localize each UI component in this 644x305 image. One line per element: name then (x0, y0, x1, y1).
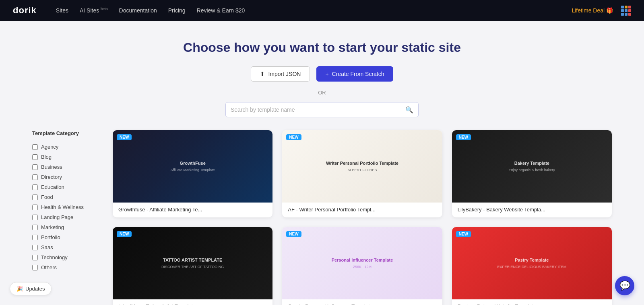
template-thumbnail-pastry: NEW Pastry Template EXPERIENCE DELICIOUS… (452, 227, 612, 299)
category-label-business: Business (41, 164, 62, 170)
template-card-carol[interactable]: NEW Personal Influencer Template 256K · … (282, 227, 442, 305)
updates-icon: 🎉 (17, 286, 23, 292)
updates-label: Updates (25, 286, 45, 292)
main-content: Choose how you want to start your static… (0, 21, 644, 305)
category-item-saas[interactable]: Saas (32, 242, 105, 252)
template-card-lilybakery[interactable]: NEW Bakery Template Enjoy organic & fres… (452, 130, 612, 217)
category-item-technology[interactable]: Technology (32, 252, 105, 262)
template-thumbnail-inkedmag: NEW TATTOO ARTIST TEMPLATE DISCOVER THE … (113, 227, 272, 299)
tpl-mock-title-growthfuse: GrowthFuse (176, 161, 210, 166)
checkbox-business[interactable] (32, 164, 38, 170)
nav-sites[interactable]: Sites (56, 7, 68, 14)
import-label: Import JSON (268, 71, 301, 77)
ai-badge: beta (101, 7, 108, 11)
template-title-pastry: Pastry - Bakery Website Template (452, 299, 612, 305)
category-item-landing-page[interactable]: Landing Page (32, 212, 105, 222)
template-title-growthfuse: Growthfuse - Affiliate Marketing Te... (113, 203, 272, 217)
category-item-agency[interactable]: Agency (32, 142, 105, 152)
checkbox-saas[interactable] (32, 245, 38, 250)
nav-pricing[interactable]: Pricing (168, 7, 186, 14)
tpl-mock-title-inkedmag: TATTOO ARTIST TEMPLATE (159, 258, 226, 262)
nav-documentation[interactable]: Documentation (119, 7, 157, 14)
template-thumbnail-af-writer: NEW Writer Personal Portfolio Template A… (282, 130, 442, 203)
template-title-carol: Carol - Personal Influencer Template (282, 299, 442, 305)
category-label-education: Education (41, 184, 64, 190)
template-card-pastry[interactable]: NEW Pastry Template EXPERIENCE DELICIOUS… (452, 227, 612, 305)
search-icon: 🔍 (405, 106, 413, 113)
grid-app-icon[interactable] (621, 6, 631, 16)
category-item-marketing[interactable]: Marketing (32, 222, 105, 232)
import-json-button[interactable]: ⬆ Import JSON (251, 66, 310, 82)
tpl-mock-title-carol: Personal Influencer Template (328, 258, 397, 262)
new-badge-growthfuse: NEW (117, 134, 132, 140)
nav-right: Lifetime Deal 🎁 (572, 6, 631, 16)
chat-icon: 💬 (619, 280, 630, 291)
checkbox-agency[interactable] (32, 144, 38, 150)
checkbox-portfolio[interactable] (32, 235, 38, 240)
new-badge-pastry: NEW (456, 231, 471, 237)
category-label-portfolio: Portfolio (41, 234, 60, 240)
search-icon-button[interactable]: 🔍 (405, 106, 413, 114)
category-item-food[interactable]: Food (32, 192, 105, 202)
category-label-landing-page: Landing Page (41, 214, 73, 220)
category-label-health-wellness: Health & Wellness (41, 204, 84, 210)
tpl-mock-sub-af-writer: ALBERT FLORES (347, 168, 377, 172)
template-title-inkedmag: InkedMag - Tattoo Artist Template (113, 299, 272, 305)
search-bar-container: 🔍 (0, 102, 644, 117)
checkbox-landing-page[interactable] (32, 215, 38, 220)
category-label-directory: Directory (41, 174, 62, 180)
action-buttons: ⬆ Import JSON + Create From Scratch (0, 66, 644, 82)
template-card-inkedmag[interactable]: NEW TATTOO ARTIST TEMPLATE DISCOVER THE … (113, 227, 272, 305)
category-item-education[interactable]: Education (32, 182, 105, 192)
tpl-mock-title-af-writer: Writer Personal Portfolio Template (322, 161, 402, 166)
tpl-mock-sub-carol: 256K · 12M (353, 265, 372, 269)
checkbox-marketing[interactable] (32, 225, 38, 230)
checkbox-education[interactable] (32, 184, 38, 190)
category-item-directory[interactable]: Directory (32, 172, 105, 182)
category-item-blog[interactable]: Blog (32, 152, 105, 162)
new-badge-lilybakery: NEW (456, 134, 471, 140)
content-layout: Template Category Agency Blog Business D… (0, 130, 644, 305)
templates-grid: NEW GrowthFuse Affiliate Marketing Templ… (113, 130, 612, 305)
checkbox-health-wellness[interactable] (32, 205, 38, 210)
template-thumbnail-carol: NEW Personal Influencer Template 256K · … (282, 227, 442, 299)
tpl-mock-sub-growthfuse: Affiliate Marketing Template (171, 168, 215, 172)
category-item-others[interactable]: Others (32, 262, 105, 272)
plus-icon: + (325, 71, 328, 77)
category-label-blog: Blog (41, 154, 52, 160)
upload-icon: ⬆ (260, 71, 265, 77)
template-card-growthfuse[interactable]: NEW GrowthFuse Affiliate Marketing Templ… (113, 130, 272, 217)
page-title: Choose how you want to start your static… (0, 40, 644, 55)
category-item-portfolio[interactable]: Portfolio (32, 232, 105, 242)
nav-review-earn[interactable]: Review & Earn $20 (197, 7, 245, 14)
template-title-lilybakery: LilyBakery - Bakery Website Templa... (452, 203, 612, 217)
nav-ai-sites[interactable]: AI Sites beta (80, 7, 108, 14)
template-card-af-writer[interactable]: NEW Writer Personal Portfolio Template A… (282, 130, 442, 217)
checkbox-food[interactable] (32, 194, 38, 200)
category-item-health-wellness[interactable]: Health & Wellness (32, 202, 105, 212)
nav-links: Sites AI Sites beta Documentation Pricin… (56, 7, 559, 14)
new-badge-inkedmag: NEW (117, 231, 132, 237)
create-from-scratch-button[interactable]: + Create From Scratch (316, 66, 393, 82)
tpl-mock-sub-lilybakery: Enjoy organic & fresh bakery (509, 168, 555, 172)
checkbox-others[interactable] (32, 265, 38, 270)
category-label-others: Others (41, 264, 57, 270)
checkbox-directory[interactable] (32, 174, 38, 180)
tpl-mock-sub-inkedmag: DISCOVER THE ART OF TATTOOING (161, 265, 224, 269)
updates-button[interactable]: 🎉 Updates (10, 282, 52, 295)
tpl-mock-sub-pastry: EXPERIENCE DELICIOUS BAKERY ITEM (497, 265, 566, 269)
logo: dorik (13, 5, 37, 16)
checkbox-blog[interactable] (32, 154, 38, 160)
lifetime-deal-link[interactable]: Lifetime Deal 🎁 (572, 7, 613, 14)
category-item-business[interactable]: Business (32, 162, 105, 172)
template-title-af-writer: AF - Writer Personal Portfolio Templ... (282, 203, 442, 217)
sidebar: Template Category Agency Blog Business D… (32, 130, 113, 305)
search-input[interactable] (231, 102, 405, 117)
category-label-saas: Saas (41, 244, 53, 250)
category-label-food: Food (41, 194, 53, 200)
tpl-mock-title-lilybakery: Bakery Template (510, 161, 553, 166)
category-label-agency: Agency (41, 144, 58, 150)
checkbox-technology[interactable] (32, 255, 38, 260)
chat-bubble-button[interactable]: 💬 (615, 276, 634, 295)
new-badge-carol: NEW (286, 231, 301, 237)
